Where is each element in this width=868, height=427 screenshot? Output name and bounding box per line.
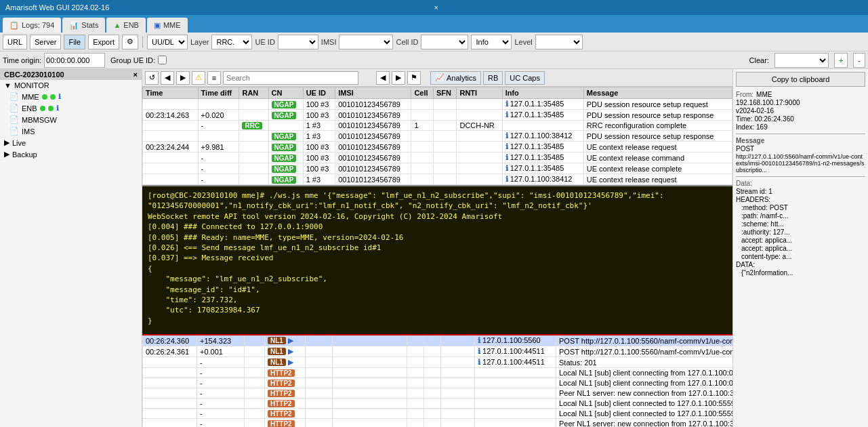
rp-time-row: Time: 00:26:24.360	[736, 115, 865, 123]
cell-info: ℹ 127.0.1.100:38412	[502, 131, 583, 142]
table-row[interactable]: - NL1 ▶ ℹ 127.0.1.100:44511 Status: 201	[143, 357, 733, 368]
cell-imsi	[333, 399, 407, 409]
cell-imsi: 001010123456789	[335, 142, 411, 152]
cell-cn: HTTP2	[265, 388, 306, 399]
bookmark-button[interactable]: ⚑	[407, 71, 421, 85]
warning-button[interactable]: ⚠	[192, 71, 205, 85]
copy-clipboard-button[interactable]: Copy to clipboard	[736, 72, 865, 87]
level-select[interactable]	[535, 35, 583, 49]
cell-info	[475, 388, 556, 399]
cell-cell	[407, 409, 424, 419]
table-row[interactable]: - HTTP2 Local NL1 [sub] client connectin…	[143, 378, 733, 388]
layer-select[interactable]: RRC.	[211, 35, 252, 49]
cell-cn: NGAP	[268, 163, 303, 174]
file-icon-mme: 📄	[9, 92, 19, 101]
cell-rnti	[457, 99, 502, 110]
sidebar-item-ims[interactable]: 📄 IMS	[0, 125, 142, 137]
search-next-button[interactable]: ▶	[392, 71, 405, 85]
cell-message: UE context release command	[583, 152, 732, 163]
time-origin-input[interactable]	[44, 53, 105, 68]
url-button[interactable]: URL	[3, 35, 27, 49]
uccaps-button[interactable]: UC Caps	[505, 71, 545, 85]
cell-time	[143, 174, 199, 185]
sidebar-item-backup[interactable]: ▶ Backup	[0, 148, 142, 160]
tab-logs[interactable]: 📋 Logs: 794	[3, 18, 61, 33]
imsi-select[interactable]	[339, 35, 393, 49]
http2-badge: HTTP2	[268, 369, 295, 377]
cell-ran	[245, 378, 265, 388]
cell-cn: HTTP2	[265, 368, 306, 378]
tab-mme[interactable]: ▣ MME	[147, 18, 188, 33]
table-row[interactable]: - NGAP 1 #3 001010123456789 ℹ 127.0.1.10…	[143, 174, 732, 185]
rb-button[interactable]: RB	[483, 71, 503, 85]
cell-time	[143, 357, 197, 368]
forward-button[interactable]: ▶	[176, 71, 190, 85]
settings-button[interactable]: ⚙	[122, 35, 138, 49]
back-button[interactable]: ◀	[161, 71, 174, 85]
table-row[interactable]: 00:23:14.263 +0.020 NGAP 100 #3 00101012…	[143, 110, 732, 121]
search-input[interactable]	[223, 71, 358, 85]
right-panel: Copy to clipboard From: MME 192.168.100.…	[732, 69, 868, 427]
log-table-wrapper[interactable]: Time Time diff RAN CN UE ID IMSI Cell SF…	[142, 87, 732, 427]
cell-timediff: +0.001	[197, 346, 245, 357]
table-row[interactable]: 00:26:24.360 +154.323 NL1 ▶ ℹ 127.0.1.10…	[143, 335, 733, 346]
table-row[interactable]: - NGAP 100 #3 001010123456789 ℹ 127.0.1.…	[143, 152, 732, 163]
table-row[interactable]: - HTTP2 Local NL1 [sub] client connected…	[143, 409, 733, 419]
info-select[interactable]: Info	[471, 35, 512, 49]
log-toolbar: ↺ ◀ ▶ ⚠ ≡ ◀ ▶ ⚑ 📈 Analytics RB UC Caps	[142, 69, 732, 87]
rp-path-value: http://127.0.1.100:5560/namf-comm/v1/ue-…	[736, 153, 865, 174]
table-row[interactable]: - HTTP2 Peer NL1 server: new connection …	[143, 388, 733, 399]
table-row[interactable]: - HTTP2 Peer NL1 server: new connection …	[143, 419, 733, 428]
rp-hdr-accept2: accept: applica...	[736, 245, 792, 252]
export-button[interactable]: Export	[88, 35, 119, 49]
sidebar-item-live[interactable]: ▶ Live	[0, 137, 142, 148]
plus-button[interactable]: +	[834, 53, 848, 68]
tab-enb[interactable]: ▲ ENB	[106, 18, 146, 33]
minus-button[interactable]: -	[853, 53, 865, 68]
clear-select[interactable]	[774, 53, 829, 68]
table-row[interactable]: - HTTP2 Local NL1 [sub] client connectin…	[143, 368, 733, 378]
search-prev-button[interactable]: ◀	[376, 71, 390, 85]
col-cn: CN	[268, 87, 303, 99]
cell-timediff: -	[198, 121, 239, 131]
cell-sfn	[433, 142, 457, 152]
table-row[interactable]: NGAP 1 #3 001010123456789 ℹ 127.0.1.100:…	[143, 131, 732, 142]
table-row[interactable]: 00:26:24.361 +0.001 NL1 ▶ ℹ 127.0.1.100:…	[143, 346, 733, 357]
group-ueid-checkbox[interactable]	[158, 56, 167, 64]
server-button[interactable]: Server	[30, 35, 61, 49]
filter-button[interactable]: ≡	[207, 71, 221, 85]
sidebar-close-icon[interactable]: ×	[133, 70, 138, 79]
cell-sfn	[433, 174, 457, 185]
tab-stats[interactable]: 📊 Stats	[62, 18, 105, 33]
ngap-badge: NGAP	[272, 176, 297, 184]
cell-rnti	[457, 174, 502, 185]
cell-ran	[239, 99, 268, 110]
rp-data-label: Data:	[736, 180, 752, 187]
table-row[interactable]: - RRC 1 #3 001010123456789 1 DCCH-NR RRC…	[143, 121, 732, 131]
cell-rnti	[441, 399, 475, 409]
table-row[interactable]: - HTTP2 Local NL1 [sub] client connected…	[143, 399, 733, 409]
uudl-select[interactable]: UU/DL	[147, 35, 188, 49]
ueid-select[interactable]	[278, 35, 318, 49]
cell-ueid	[306, 378, 333, 388]
sidebar-item-enb[interactable]: 📄 ENB ℹ	[0, 102, 142, 114]
cell-timediff: -	[197, 409, 245, 419]
cell-time	[143, 409, 197, 419]
rp-hdr-path-row: :path: /namf-c...	[736, 212, 865, 220]
cell-timediff	[198, 99, 239, 110]
table-row[interactable]: 00:23:24.244 +9.981 NGAP 100 #3 00101012…	[143, 142, 732, 152]
close-button[interactable]: ×	[434, 3, 863, 12]
cellid-select[interactable]	[421, 35, 468, 49]
sidebar-item-mbmsgw[interactable]: 📄 MBMSGW	[0, 114, 142, 125]
sidebar-item-mbmsgw-label: MBMSGW	[22, 116, 57, 124]
table-row[interactable]: NGAP 100 #3 001010123456789 ℹ 127.0.1.1:…	[143, 99, 732, 110]
separator1	[142, 36, 143, 48]
cell-ueid: 100 #3	[303, 152, 335, 163]
sidebar-item-monitor[interactable]: ▼ MONITOR	[0, 80, 142, 91]
table-row[interactable]: - NGAP 100 #3 001010123456789 ℹ 127.0.1.…	[143, 163, 732, 174]
analytics-button[interactable]: 📈 Analytics	[430, 71, 481, 85]
refresh-button[interactable]: ↺	[145, 71, 159, 85]
file-button[interactable]: File	[64, 35, 85, 49]
cell-ran	[245, 368, 265, 378]
sidebar-item-mme[interactable]: 📄 MME ℹ	[0, 91, 142, 102]
